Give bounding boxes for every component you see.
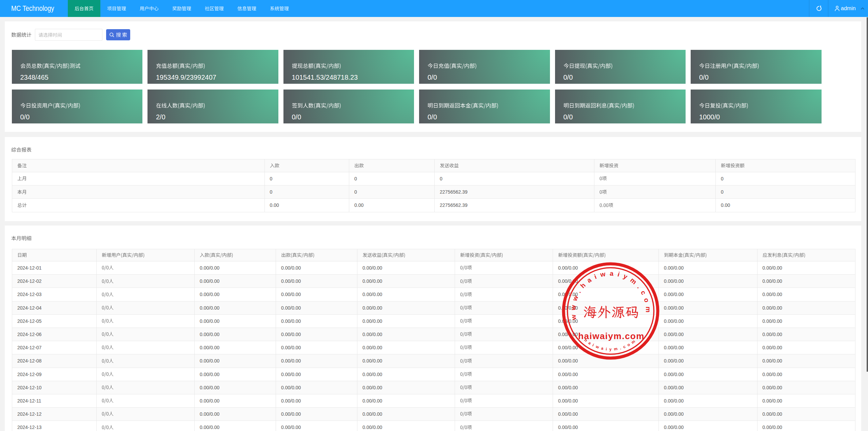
svg-text:haiwaiym.com: haiwaiym.com <box>578 331 645 341</box>
svg-text:www.haiwaiym.com: www.haiwaiym.com <box>569 269 652 320</box>
